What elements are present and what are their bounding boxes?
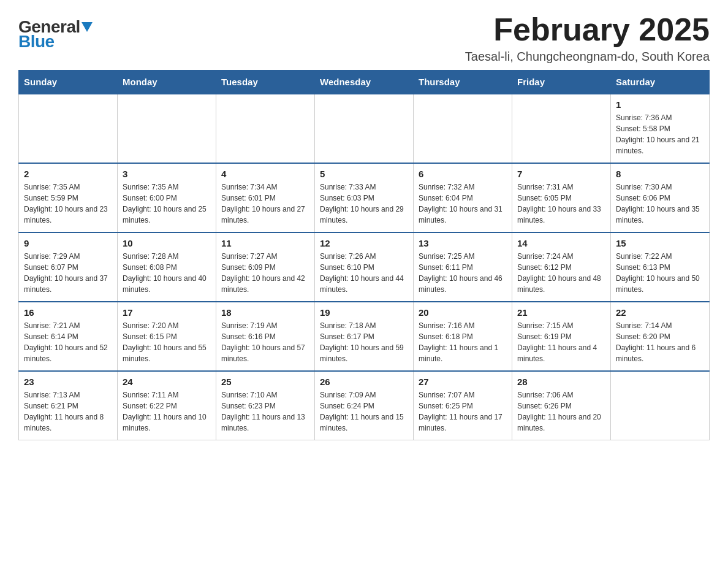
day-number: 15 <box>616 238 704 248</box>
day-number: 17 <box>123 307 211 318</box>
day-number: 27 <box>419 377 507 387</box>
weekday-header-sunday: Sunday <box>19 71 118 94</box>
day-info: Sunrise: 7:21 AM Sunset: 6:14 PM Dayligh… <box>24 320 112 364</box>
weekday-header-wednesday: Wednesday <box>315 71 414 94</box>
day-info: Sunrise: 7:24 AM Sunset: 6:12 PM Dayligh… <box>517 251 605 295</box>
day-number: 20 <box>419 307 507 318</box>
calendar-cell: 27Sunrise: 7:07 AM Sunset: 6:25 PM Dayli… <box>414 371 512 440</box>
weekday-header-thursday: Thursday <box>414 71 512 94</box>
day-info: Sunrise: 7:11 AM Sunset: 6:22 PM Dayligh… <box>123 389 211 434</box>
day-info: Sunrise: 7:15 AM Sunset: 6:19 PM Dayligh… <box>517 320 605 364</box>
calendar-cell <box>512 94 611 163</box>
day-number: 8 <box>616 169 704 179</box>
calendar-cell <box>315 94 414 163</box>
calendar-cell: 10Sunrise: 7:28 AM Sunset: 6:08 PM Dayli… <box>118 232 216 302</box>
calendar-cell: 3Sunrise: 7:35 AM Sunset: 6:00 PM Daylig… <box>118 163 216 232</box>
day-number: 28 <box>517 377 605 387</box>
day-info: Sunrise: 7:10 AM Sunset: 6:23 PM Dayligh… <box>221 389 309 434</box>
page-header: General Blue February 2025 Taesal-li, Ch… <box>18 12 710 64</box>
day-number: 1 <box>616 99 704 110</box>
calendar-cell: 19Sunrise: 7:18 AM Sunset: 6:17 PM Dayli… <box>315 302 414 371</box>
day-info: Sunrise: 7:35 AM Sunset: 6:00 PM Dayligh… <box>123 182 211 226</box>
calendar-cell: 23Sunrise: 7:13 AM Sunset: 6:21 PM Dayli… <box>19 371 118 440</box>
calendar-cell: 15Sunrise: 7:22 AM Sunset: 6:13 PM Dayli… <box>611 232 710 302</box>
calendar-cell: 2Sunrise: 7:35 AM Sunset: 5:59 PM Daylig… <box>19 163 118 232</box>
calendar-cell: 24Sunrise: 7:11 AM Sunset: 6:22 PM Dayli… <box>118 371 216 440</box>
day-info: Sunrise: 7:07 AM Sunset: 6:25 PM Dayligh… <box>419 389 507 434</box>
day-info: Sunrise: 7:31 AM Sunset: 6:05 PM Dayligh… <box>517 182 605 226</box>
day-info: Sunrise: 7:36 AM Sunset: 5:58 PM Dayligh… <box>616 112 704 156</box>
day-info: Sunrise: 7:30 AM Sunset: 6:06 PM Dayligh… <box>616 182 704 226</box>
day-number: 26 <box>320 377 408 387</box>
calendar-cell: 20Sunrise: 7:16 AM Sunset: 6:18 PM Dayli… <box>414 302 512 371</box>
weekday-header-row: SundayMondayTuesdayWednesdayThursdayFrid… <box>19 71 710 94</box>
week-row-5: 23Sunrise: 7:13 AM Sunset: 6:21 PM Dayli… <box>19 371 710 440</box>
day-info: Sunrise: 7:33 AM Sunset: 6:03 PM Dayligh… <box>320 182 408 226</box>
calendar-cell: 1Sunrise: 7:36 AM Sunset: 5:58 PM Daylig… <box>611 94 710 163</box>
day-number: 21 <box>517 307 605 318</box>
calendar-cell: 28Sunrise: 7:06 AM Sunset: 6:26 PM Dayli… <box>512 371 611 440</box>
day-number: 6 <box>419 169 507 179</box>
calendar-cell <box>118 94 216 163</box>
calendar-cell: 25Sunrise: 7:10 AM Sunset: 6:23 PM Dayli… <box>216 371 315 440</box>
day-info: Sunrise: 7:22 AM Sunset: 6:13 PM Dayligh… <box>616 251 704 295</box>
calendar-cell: 21Sunrise: 7:15 AM Sunset: 6:19 PM Dayli… <box>512 302 611 371</box>
day-info: Sunrise: 7:18 AM Sunset: 6:17 PM Dayligh… <box>320 320 408 364</box>
calendar-cell <box>611 371 710 440</box>
month-title: February 2025 <box>465 12 710 47</box>
day-number: 4 <box>221 169 309 179</box>
day-number: 13 <box>419 238 507 248</box>
day-number: 23 <box>24 377 112 387</box>
day-info: Sunrise: 7:35 AM Sunset: 5:59 PM Dayligh… <box>24 182 112 226</box>
day-number: 16 <box>24 307 112 318</box>
day-info: Sunrise: 7:20 AM Sunset: 6:15 PM Dayligh… <box>123 320 211 364</box>
day-info: Sunrise: 7:34 AM Sunset: 6:01 PM Dayligh… <box>221 182 309 226</box>
calendar-cell <box>216 94 315 163</box>
calendar-cell: 11Sunrise: 7:27 AM Sunset: 6:09 PM Dayli… <box>216 232 315 302</box>
day-info: Sunrise: 7:32 AM Sunset: 6:04 PM Dayligh… <box>419 182 507 226</box>
day-number: 2 <box>24 169 112 179</box>
day-number: 7 <box>517 169 605 179</box>
calendar-cell: 26Sunrise: 7:09 AM Sunset: 6:24 PM Dayli… <box>315 371 414 440</box>
day-info: Sunrise: 7:06 AM Sunset: 6:26 PM Dayligh… <box>517 389 605 434</box>
calendar-cell: 4Sunrise: 7:34 AM Sunset: 6:01 PM Daylig… <box>216 163 315 232</box>
day-number: 18 <box>221 307 309 318</box>
calendar-cell <box>414 94 512 163</box>
weekday-header-monday: Monday <box>118 71 216 94</box>
calendar-table: SundayMondayTuesdayWednesdayThursdayFrid… <box>18 70 710 440</box>
calendar-cell: 8Sunrise: 7:30 AM Sunset: 6:06 PM Daylig… <box>611 163 710 232</box>
svg-marker-0 <box>82 22 93 32</box>
calendar-cell: 13Sunrise: 7:25 AM Sunset: 6:11 PM Dayli… <box>414 232 512 302</box>
calendar-cell: 6Sunrise: 7:32 AM Sunset: 6:04 PM Daylig… <box>414 163 512 232</box>
day-number: 10 <box>123 238 211 248</box>
calendar-cell: 14Sunrise: 7:24 AM Sunset: 6:12 PM Dayli… <box>512 232 611 302</box>
weekday-header-friday: Friday <box>512 71 611 94</box>
day-info: Sunrise: 7:13 AM Sunset: 6:21 PM Dayligh… <box>24 389 112 434</box>
day-info: Sunrise: 7:29 AM Sunset: 6:07 PM Dayligh… <box>24 251 112 295</box>
day-number: 12 <box>320 238 408 248</box>
calendar-cell: 18Sunrise: 7:19 AM Sunset: 6:16 PM Dayli… <box>216 302 315 371</box>
day-info: Sunrise: 7:14 AM Sunset: 6:20 PM Dayligh… <box>616 320 704 364</box>
day-number: 19 <box>320 307 408 318</box>
day-info: Sunrise: 7:27 AM Sunset: 6:09 PM Dayligh… <box>221 251 309 295</box>
day-info: Sunrise: 7:16 AM Sunset: 6:18 PM Dayligh… <box>419 320 507 364</box>
day-info: Sunrise: 7:09 AM Sunset: 6:24 PM Dayligh… <box>320 389 408 434</box>
calendar-cell: 7Sunrise: 7:31 AM Sunset: 6:05 PM Daylig… <box>512 163 611 232</box>
calendar-cell: 5Sunrise: 7:33 AM Sunset: 6:03 PM Daylig… <box>315 163 414 232</box>
weekday-header-saturday: Saturday <box>611 71 710 94</box>
calendar-cell: 16Sunrise: 7:21 AM Sunset: 6:14 PM Dayli… <box>19 302 118 371</box>
day-info: Sunrise: 7:26 AM Sunset: 6:10 PM Dayligh… <box>320 251 408 295</box>
calendar-cell: 9Sunrise: 7:29 AM Sunset: 6:07 PM Daylig… <box>19 232 118 302</box>
week-row-1: 1Sunrise: 7:36 AM Sunset: 5:58 PM Daylig… <box>19 94 710 163</box>
day-number: 3 <box>123 169 211 179</box>
day-info: Sunrise: 7:25 AM Sunset: 6:11 PM Dayligh… <box>419 251 507 295</box>
week-row-4: 16Sunrise: 7:21 AM Sunset: 6:14 PM Dayli… <box>19 302 710 371</box>
calendar-cell: 17Sunrise: 7:20 AM Sunset: 6:15 PM Dayli… <box>118 302 216 371</box>
day-info: Sunrise: 7:19 AM Sunset: 6:16 PM Dayligh… <box>221 320 309 364</box>
calendar-cell: 22Sunrise: 7:14 AM Sunset: 6:20 PM Dayli… <box>611 302 710 371</box>
weekday-header-tuesday: Tuesday <box>216 71 315 94</box>
week-row-2: 2Sunrise: 7:35 AM Sunset: 5:59 PM Daylig… <box>19 163 710 232</box>
day-number: 25 <box>221 377 309 387</box>
logo: General Blue <box>18 17 93 52</box>
location-subtitle: Taesal-li, Chungcheongnam-do, South Kore… <box>465 50 710 64</box>
